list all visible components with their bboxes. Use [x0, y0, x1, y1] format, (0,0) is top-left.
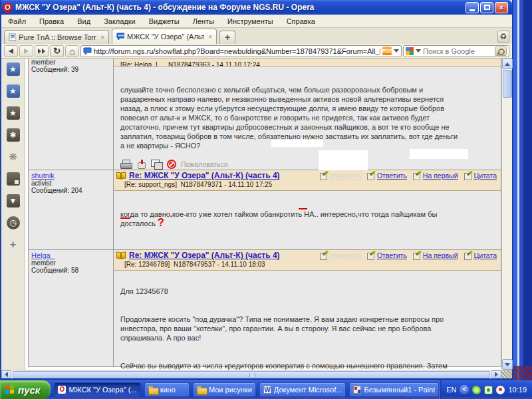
- search-magnifier-icon[interactable]: [495, 47, 507, 56]
- resize-grip[interactable]: [501, 370, 512, 378]
- scroll-up-button[interactable]: [502, 59, 513, 69]
- forward-icon: [24, 49, 29, 54]
- reply-first-link[interactable]: На первый: [413, 172, 458, 180]
- clock[interactable]: 10:19: [508, 386, 527, 394]
- opera-panel-bar: ★ ★ ★ ✱ ❋ ▼ ◷ +: [1, 59, 25, 370]
- menu-tools[interactable]: Инструменты: [221, 16, 280, 27]
- edit-link[interactable]: Изменить: [320, 172, 361, 180]
- tab-forum-ngs[interactable]: МЖСК "У Озера" (Альт... ×: [112, 29, 217, 44]
- close-button[interactable]: ×: [495, 2, 508, 13]
- menu-bookmarks[interactable]: Закладки: [97, 16, 142, 27]
- tray-chevron-icon[interactable]: <: [460, 385, 469, 394]
- quote-link[interactable]: Цитата: [464, 251, 497, 259]
- vertical-scroll-thumb[interactable]: [503, 70, 512, 98]
- search-engine-dropdown-icon[interactable]: [416, 49, 421, 53]
- search-input[interactable]: [423, 47, 493, 55]
- post-1-body: слушайте точно бесполезно с хельгой обща…: [114, 66, 501, 170]
- forward-button[interactable]: [19, 45, 33, 57]
- pencil-icon: [367, 172, 376, 180]
- report-icon[interactable]: [167, 160, 176, 169]
- notes-icon[interactable]: [7, 172, 20, 186]
- scroll-left-button[interactable]: [1, 370, 11, 378]
- unite-swirl-icon[interactable]: ❋: [7, 150, 20, 164]
- task-word-document[interactable]: W Документ Microsof...: [259, 382, 346, 397]
- settings-gear-icon[interactable]: ✱: [7, 128, 20, 142]
- menu-feeds[interactable]: Ленты: [186, 16, 221, 27]
- new-tab-button[interactable]: +: [219, 31, 235, 44]
- post-2: shutnik activist Сообщений: 204 Re: МЖСК…: [29, 170, 501, 250]
- post-1-content-cell: [Re: Helga_] N1878479363 - 14.11.10 17:2…: [114, 59, 501, 170]
- task-my-pictures[interactable]: Мои рисунки: [193, 382, 256, 397]
- home-button[interactable]: ⌂: [65, 45, 79, 57]
- post-2-user-cell: shutnik activist Сообщений: 204: [29, 170, 114, 249]
- user-post-count: Сообщений: 58: [31, 267, 110, 274]
- notify-friend-icon[interactable]: [136, 160, 146, 169]
- vertical-scrollbar[interactable]: [501, 59, 512, 370]
- user-link[interactable]: shutnik: [31, 172, 110, 180]
- post-paragraph: Для 12345678: [120, 287, 495, 296]
- task-paint[interactable]: Безымянный1 - Paint: [349, 382, 439, 397]
- closed-tabs-trash-icon[interactable]: ♻: [497, 31, 509, 43]
- reply-first-link[interactable]: На первый: [413, 251, 458, 259]
- rss-icon[interactable]: RSS: [382, 47, 392, 55]
- folder-icon: [148, 386, 158, 394]
- reload-button[interactable]: ↻: [50, 45, 64, 57]
- user-link[interactable]: Helga_: [31, 251, 110, 259]
- opera-logo-icon: O: [3, 3, 13, 13]
- report-label[interactable]: Пожаловаться: [181, 160, 228, 169]
- pencil-icon: [464, 172, 473, 180]
- tab-close-icon[interactable]: ×: [207, 33, 212, 41]
- task-opera-forum[interactable]: O МЖСК "У Озера" (...: [54, 382, 140, 397]
- taskbar: пуск O МЖСК "У Озера" (... кино Мои рису…: [0, 380, 532, 399]
- tray-messenger-icon[interactable]: [496, 386, 505, 394]
- address-dropdown-icon[interactable]: [394, 49, 399, 53]
- tray-green-icon[interactable]: [484, 386, 493, 394]
- add-panel-icon[interactable]: +: [7, 238, 20, 251]
- menu-file[interactable]: Файл: [1, 16, 33, 27]
- history-clock-icon[interactable]: ◷: [7, 216, 20, 229]
- tab-pure-tna[interactable]: Pure TnA :: Browse Torr... ×: [4, 30, 109, 44]
- user-post-count: Сообщений: 204: [31, 187, 110, 194]
- pencil-icon: [320, 251, 329, 259]
- arrow-up-icon: [505, 63, 510, 66]
- maximize-button[interactable]: [480, 2, 493, 13]
- address-field[interactable]: http://forum.ngs.ru/showflat.php?Board=n…: [80, 45, 402, 57]
- quote-link[interactable]: Цитата: [464, 172, 497, 180]
- speech-bubble-favicon-icon: [116, 33, 124, 41]
- language-indicator[interactable]: EN: [446, 386, 456, 394]
- minimize-icon: [469, 9, 475, 11]
- post-title-link[interactable]: Re: МЖСК "У Озера" (Альт-К) (часть 4): [129, 251, 280, 260]
- post-paragraph: Сейчас вы выводите из числа кредиторов к…: [120, 361, 495, 370]
- pictures-folder-icon: [197, 386, 206, 394]
- post-title-link[interactable]: Re: МЖСК "У Озера" (Альт-К) (часть 4): [129, 171, 280, 180]
- task-folder-kino[interactable]: кино: [144, 382, 190, 397]
- reply-link[interactable]: Ответить: [367, 172, 407, 180]
- send-image-icon[interactable]: [151, 160, 162, 169]
- print-icon[interactable]: [120, 160, 132, 169]
- menu-edit[interactable]: Правка: [33, 16, 70, 27]
- start-label: пуск: [18, 384, 40, 396]
- horizontal-scrollbar[interactable]: [1, 370, 512, 378]
- reply-link[interactable]: Ответить: [367, 251, 407, 259]
- bookmarks-star-icon[interactable]: ★: [7, 63, 20, 76]
- fast-forward-button[interactable]: [35, 45, 49, 57]
- transfers-download-icon[interactable]: ▼: [7, 194, 20, 207]
- scroll-down-button[interactable]: [502, 359, 513, 370]
- menu-widgets[interactable]: Виджеты: [142, 16, 186, 27]
- back-button[interactable]: [4, 45, 18, 57]
- tab-close-icon[interactable]: ×: [99, 34, 104, 41]
- widgets-star-icon[interactable]: ★: [7, 106, 20, 120]
- edit-link[interactable]: Изменить: [320, 251, 361, 259]
- icq-flower-icon[interactable]: [472, 386, 481, 394]
- horizontal-scroll-thumb[interactable]: [13, 371, 490, 378]
- book-icon: [116, 172, 126, 180]
- browser-content: ★ ★ ★ ✱ ❋ ▼ ◷ + member Сообщений: 39: [1, 59, 512, 370]
- start-button[interactable]: пуск: [0, 380, 51, 399]
- minimize-button[interactable]: [466, 2, 479, 13]
- red-annotation-underline: [299, 208, 307, 209]
- scroll-right-button[interactable]: [491, 370, 501, 378]
- bookmarks-star-2-icon[interactable]: ★: [7, 84, 20, 98]
- menu-help[interactable]: Справка: [280, 16, 322, 27]
- user-post-count: Сообщений: 39: [31, 66, 110, 73]
- menu-view[interactable]: Вид: [70, 16, 97, 27]
